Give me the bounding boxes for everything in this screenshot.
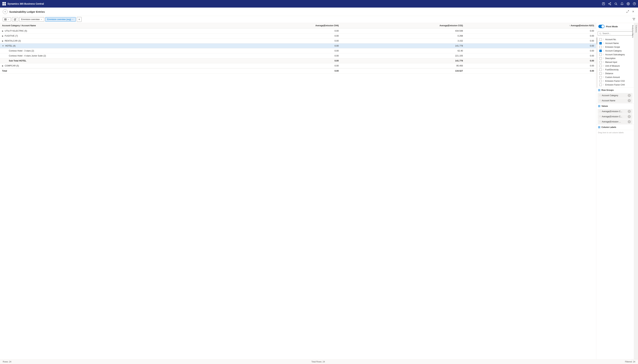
field-item-unit-of-measure[interactable]: ⠿ Unit of Measure [598,64,634,68]
search-icon[interactable] [614,2,618,5]
remove-value-button[interactable]: × [628,120,631,123]
drag-handle[interactable]: ⠿ [603,61,604,63]
expand-icon[interactable]: ▶ [2,40,4,42]
expand-icon[interactable]: ▶ [2,35,4,37]
field-item-account-category[interactable]: ✓ ⠿ Account Category [598,49,634,53]
close-window-button[interactable] [631,10,635,14]
field-item-description[interactable]: ⠿ Description [598,56,634,60]
app-logo: Dynamics 365 Business Central [2,2,44,6]
filter-button[interactable] [632,18,635,21]
field-checkbox[interactable] [599,54,602,56]
col-header-account[interactable]: Account Category / Account Name [0,23,217,28]
field-item-emission-factor-ch4[interactable]: ⠿ Emission Factor CH4 [598,83,634,87]
table-row[interactable]: ▶ COMPCAR (5) 0.00 95.493 0.00 [0,63,596,68]
view-edit-button[interactable] [12,17,18,22]
sidebar-tab-analysis-filters[interactable]: Analysis Filters [631,23,634,359]
svg-rect-30 [598,90,599,91]
table-row[interactable]: ▶ FUGITIVE (7) 0.00 0.268 0.00 [0,34,596,38]
pivot-search-input[interactable] [602,32,631,35]
share-icon[interactable] [608,2,611,5]
field-checkbox[interactable]: ✓ [599,42,602,44]
field-checkbox[interactable] [599,65,602,67]
row-label: Contoso Hotel - 4 stars Junior Suite (2) [9,54,46,57]
remove-row-group-button[interactable]: × [628,99,631,102]
settings-icon[interactable] [627,2,630,5]
drag-handle[interactable]: ⠿ [603,54,604,56]
col-header-ch4[interactable]: Average(Emission CH4) [217,23,341,28]
remove-value-button[interactable]: × [628,115,631,118]
view-tab-2[interactable]: Emmision overview (avg) [45,17,76,22]
drag-handle[interactable]: ⠿ [603,69,604,71]
field-item-emission-factor-co2[interactable]: ⠿ Emission Factor CO2 [598,79,634,83]
drag-handle[interactable]: ⠿ [603,65,604,67]
field-item-distance[interactable]: ⠿ Distance [598,72,634,76]
expand-window-button[interactable] [626,10,630,14]
page-header: Sustainability Ledger Entries [0,8,638,16]
field-item-emission-scope[interactable]: ⠿ Emission Scope [598,45,634,49]
drag-handle[interactable]: ⠿ [599,110,601,113]
value-item-ch4[interactable]: ⠿ Average(Emission C... × [598,109,632,114]
field-checkbox[interactable] [599,72,602,75]
add-view-button[interactable]: + [77,17,82,22]
col-header-co2[interactable]: Average(Emission CO2) [341,23,465,28]
drag-handle[interactable]: ⠿ [599,94,601,97]
field-checkbox[interactable]: ✓ [599,50,602,52]
field-item-fuel-electricity[interactable]: ⠿ Fuel/Electricity [598,68,634,72]
row-group-account-name[interactable]: ⠿ Account Name × [598,98,632,103]
drag-handle[interactable]: ⠿ [603,42,604,44]
sidebar-tab-columns[interactable]: Columns [634,23,638,359]
table-row[interactable]: ▶ UTILITY-ELECTRIC (5) 0.00 434.548 0.00 [0,28,596,34]
scrollbar[interactable] [596,37,598,88]
field-checkbox[interactable] [599,84,602,86]
field-item-custom-amount[interactable]: ⠿ Custom Amount [598,76,634,79]
book-icon[interactable] [602,2,605,5]
remove-row-group-button[interactable]: × [628,94,631,97]
tab2-dropdown-icon [72,18,74,20]
view-tab-1[interactable]: Emmision overview [19,17,44,22]
field-item-manual-input[interactable]: ⠿ Manual Input [598,60,634,64]
remove-value-button[interactable]: × [628,110,631,113]
drag-handle[interactable]: ⠿ [599,100,601,102]
back-button[interactable] [3,9,8,14]
drag-handle[interactable]: ⠿ [599,121,601,123]
help-icon[interactable] [633,2,636,5]
drag-handle[interactable]: ⠿ [603,80,604,82]
view-toggle-button[interactable] [3,17,11,22]
field-checkbox[interactable] [599,57,602,60]
field-checkbox[interactable] [599,76,602,78]
field-item-account-name[interactable]: ✓ ⠿ Account Name [598,42,634,45]
value-item-n2o[interactable]: ⠿ Average(Emission ... × [598,119,632,124]
pivot-mode-toggle[interactable] [598,25,604,28]
page-footer: Rows: 24 Total Rows: 24 Filtered: 24 [0,359,638,364]
drag-handle[interactable]: ⠿ [603,46,604,48]
field-item-account-subcategory[interactable]: ⠿ Account Subcategory [598,53,634,56]
field-checkbox[interactable] [599,68,602,71]
table-row[interactable]: ▶ RENTALCAR (3) 0.00 3.152 0.00 [0,38,596,44]
drag-handle[interactable]: ⠿ [599,116,601,118]
pivot-search-icon [599,32,602,35]
field-checkbox[interactable] [599,46,602,48]
table-row[interactable]: Contoso Hotel - 4 stars Junior Suite (2)… [0,54,596,58]
notification-icon[interactable] [620,2,624,5]
field-checkbox[interactable] [599,80,602,82]
expand-icon[interactable]: ▼ [2,45,4,47]
row-group-account-category[interactable]: ⠿ Account Category × [598,93,632,98]
table-row-total: Total 0.00 134.527 0.00 [0,68,596,74]
drag-handle[interactable]: ⠿ [603,76,604,78]
drag-handle[interactable]: ⠿ [603,72,604,75]
drag-handle[interactable]: ⠿ [603,50,604,52]
table-row[interactable]: ▼ HOTEL (4) 0.00 141.778 0.00 [0,44,596,48]
expand-icon[interactable]: ▶ [2,65,4,67]
value-item-co2[interactable]: ⠿ Average(Emission C... × [598,114,632,119]
drag-handle[interactable]: ⠿ [603,38,604,41]
col-header-n2o[interactable]: ↑ Average(Emission N2O) [465,23,596,28]
table-icon [4,18,7,20]
field-checkbox[interactable] [599,61,602,63]
drag-handle[interactable]: ⠿ [603,57,604,60]
field-item-account-no[interactable]: ⠿ Account No. [598,38,634,42]
table-row[interactable]: Contoso Hotel - 3 stars (2) 0.00 62.40 0… [0,48,596,54]
field-checkbox[interactable] [599,38,602,41]
drag-handle[interactable]: ⠿ [603,84,604,86]
expand-icon[interactable]: ▶ [2,30,4,32]
row-n2o: 0.00 [465,54,596,58]
